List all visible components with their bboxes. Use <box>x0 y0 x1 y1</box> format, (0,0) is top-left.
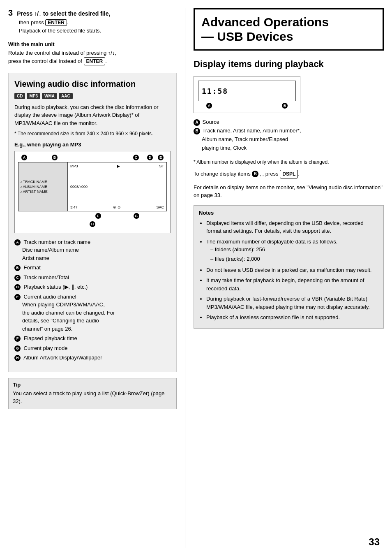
main-unit-section: With the main unit Rotate the control di… <box>8 41 177 65</box>
to-change-text: To change display items <box>194 171 251 177</box>
label-h-bottom: H <box>90 221 95 227</box>
step-number: 3 <box>8 8 13 18</box>
page-container: 3 Press ↑/↓ to select the desired file, … <box>0 0 392 556</box>
legend-letter-h: H <box>14 355 21 361</box>
album-name-row: ♪ ALBUM NAME <box>20 185 66 189</box>
tip-title: Tip <box>13 382 172 388</box>
mp3-bottom-row: 3:47 ⊘ ⊙ SAC <box>70 205 164 209</box>
legend-letter-a: A <box>14 239 21 246</box>
viewing-footnote: * The recommended size is from 240 × 240… <box>14 130 171 137</box>
enter-key-badge: ENTER <box>45 19 67 26</box>
mp3-screen-left: ♪ TRACK NAME ♪ ALBUM NAME ♪ ARTIST NAME <box>18 162 68 211</box>
legend-item-e: E Current audio channel When playing CD/… <box>14 293 171 333</box>
subitem-folders: folders (albums): 256 <box>210 246 378 254</box>
source-legend-a: A Source <box>194 118 384 127</box>
legend-item-g: G Current play mode <box>14 344 171 352</box>
mp3-section-title: E.g., when playing an MP3 <box>14 141 171 148</box>
press-text: , press <box>263 171 279 177</box>
note-2-text: The maximum number of displayable data i… <box>206 239 337 245</box>
notes-list: Displayed items will differ, depending o… <box>199 219 378 322</box>
advanced-title-line2: — USB Devices <box>201 30 293 43</box>
change-display-text: To change display items B, , press DSPL. <box>194 170 384 178</box>
badge-aac: AAC <box>59 93 73 99</box>
note-6: Playback of a lossless compression file … <box>206 313 378 322</box>
usb-diagram: 11:58 A B <box>194 76 300 113</box>
legend-list: A Track number or track name Disc name/A… <box>14 238 171 362</box>
right-column: Advanced Operations — USB Devices Displa… <box>185 8 384 548</box>
note-3: Do not leave a USB device in a parked ca… <box>206 266 378 274</box>
mp3-middle-row: 0003/↑000 <box>70 185 164 189</box>
change-letter-b: B <box>252 171 258 177</box>
legend-letter-c: C <box>14 275 21 281</box>
label-f-bottom: F <box>95 213 101 219</box>
viewing-section: Viewing audio disc information CD MP3 WM… <box>8 73 177 372</box>
main-unit-text: Rotate the control dial instead of press… <box>8 49 177 65</box>
usb-screen-text: 11:58 <box>202 87 228 95</box>
step-3: 3 Press ↑/↓ to select the desired file, … <box>8 8 177 34</box>
source-circle-a: A <box>194 119 200 126</box>
usb-label-b: B <box>282 103 288 109</box>
then-press-text: then press <box>19 19 44 25</box>
track-name-row: ♪ TRACK NAME <box>20 180 66 184</box>
advanced-title-line1: Advanced Operations <box>201 15 329 29</box>
advanced-title-box: Advanced Operations — USB Devices <box>194 8 384 51</box>
display-section-title: Display items during playback <box>194 59 384 70</box>
label-b-top: B <box>52 155 58 160</box>
legend-item-a: A Track number or track name Disc name/A… <box>14 238 171 262</box>
format-tag: MP3 <box>70 164 78 168</box>
playback-status-tag: ▶ <box>117 164 120 168</box>
label-d-top: D <box>147 155 153 160</box>
format-badges: CD MP3 WMA AAC <box>14 93 171 99</box>
audio-channel: SAC <box>156 205 164 209</box>
main-unit-text1: Rotate the control dial instead of press… <box>8 50 116 56</box>
usb-label-a: A <box>206 103 212 109</box>
for-details-text: For details on display items on the moni… <box>194 183 384 199</box>
page-number: 33 <box>369 536 380 548</box>
elapsed-label: Elapsed playback time <box>24 335 77 341</box>
legend-item-c: C Track number/Total <box>14 273 171 282</box>
artist-name-row: ♪ ARTIST NAME <box>20 190 66 194</box>
play-mode-icons: ⊘ ⊙ <box>113 205 121 209</box>
viewing-text: During audio playback, you can check the… <box>14 103 171 127</box>
elapsed-time: 3:47 <box>70 205 78 209</box>
label-c-top: C <box>133 155 139 160</box>
note-2: The maximum number of displayable data i… <box>206 238 378 264</box>
legend-letter-b: B <box>14 265 21 271</box>
usb-labels-row: A B <box>198 103 296 109</box>
dspl-key: DSPL <box>280 170 298 178</box>
notes-title: Notes <box>199 210 378 216</box>
badge-mp3: MP3 <box>27 93 40 99</box>
label-a-top: A <box>21 155 27 160</box>
label-g-bottom: G <box>134 213 139 219</box>
album-footnote: * Album number is displayed only when th… <box>194 158 384 166</box>
st-tag: ST <box>159 164 164 168</box>
note-1: Displayed items will differ, depending o… <box>206 219 378 235</box>
source-circle-b: B <box>194 128 200 134</box>
source-legend: A Source B Track name, Artist name, Albu… <box>194 118 384 152</box>
subitem-files: files (tracks): 2,000 <box>210 255 378 264</box>
track-count: 0003/↑000 <box>70 185 88 189</box>
usb-display-screen: 11:58 <box>198 81 296 101</box>
step-title: Press ↑/↓ to select the desired file, <box>17 10 110 17</box>
tip-box: Tip You can select a track to play using… <box>8 378 177 409</box>
badge-cd: CD <box>14 93 25 99</box>
main-unit-title: With the main unit <box>8 41 177 47</box>
notes-box: Notes Displayed items will differ, depen… <box>194 205 384 329</box>
legend-letter-g: G <box>14 345 21 352</box>
playback-note: Playback of the selected file starts. <box>19 28 177 34</box>
legend-letter-f: F <box>14 336 21 342</box>
notes-sublist: folders (albums): 256 files (tracks): 2,… <box>206 246 378 264</box>
legend-letter-e: E <box>14 294 21 300</box>
note-5: During playback or fast-forward/reverse … <box>206 295 378 311</box>
mp3-screen: ♪ TRACK NAME ♪ ALBUM NAME ♪ ARTIST NAME … <box>18 162 167 211</box>
source-legend-b: B Track name, Artist name, Album number*… <box>194 127 384 152</box>
legend-item-f: F Elapsed playback time <box>14 334 171 343</box>
then-press-line: then press ENTER. <box>19 19 177 26</box>
main-unit-enter-key: ENTER <box>84 57 106 65</box>
legend-item-d: D Playback status (▶, ‖, etc.) <box>14 283 171 291</box>
left-column: 3 Press ↑/↓ to select the desired file, … <box>8 8 185 548</box>
tip-text: You can select a track to play using a l… <box>13 389 172 405</box>
badge-wma: WMA <box>42 93 57 99</box>
label-e-top: E <box>158 155 164 160</box>
viewing-title: Viewing audio disc information <box>14 79 171 89</box>
